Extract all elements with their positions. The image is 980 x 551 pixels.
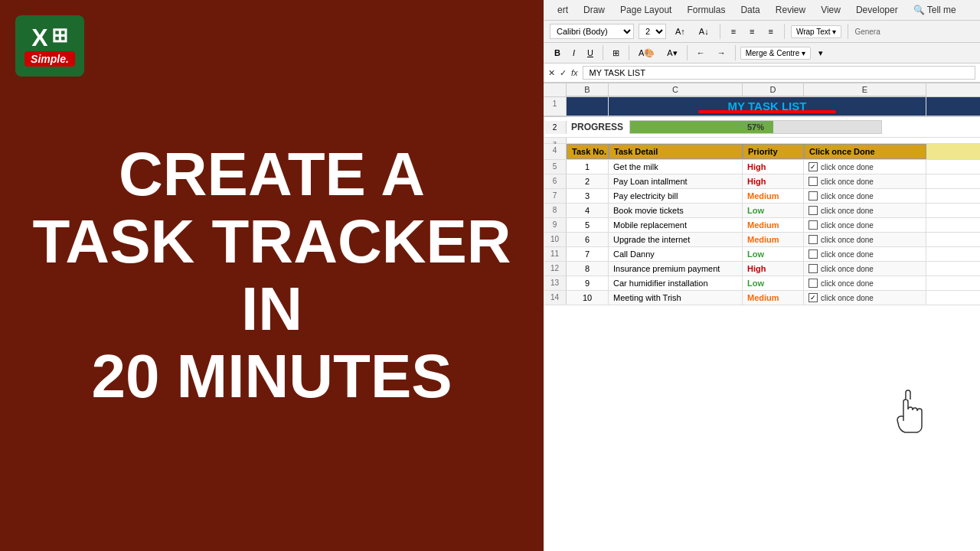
grid-icon: ⊞ [51,25,68,50]
italic-btn[interactable]: I [568,46,580,60]
priority-badge: Medium [747,235,779,244]
task-done-3[interactable]: click once done [804,204,926,217]
font-shrink-btn[interactable]: A↓ [694,24,714,38]
task-done-5[interactable]: click once done [804,233,926,246]
task-priority-0: High [743,160,804,174]
task-priority-1: High [743,174,804,188]
row-num-6: 6 [544,174,567,188]
task-priority-7: High [743,262,804,276]
priority-badge: Low [747,249,764,259]
task-done-0[interactable]: ✓ click once done [804,160,926,174]
task-done-7[interactable]: click once done [804,262,926,276]
separator-1 [720,24,720,39]
task-num-4: 5 [567,218,609,232]
row-num-4: 4 [544,144,567,159]
task-num-2: 3 [567,189,609,203]
table-header-row: 4 Task No. Task Detail Priority Click on… [544,144,980,160]
progress-row: 2 PROGRESS 57% [544,117,980,138]
row-num-3: 3 [544,138,567,143]
checkbox-5[interactable] [808,235,818,244]
indent-dec-btn[interactable]: ← [692,46,710,60]
progress-percent: 57% [747,122,764,132]
checkbox-4[interactable] [808,220,818,230]
fill-color-btn[interactable]: A🎨 [634,46,659,60]
checkbox-9[interactable]: ✓ [808,293,818,302]
task-done-2[interactable]: click once done [804,189,926,203]
priority-badge: Medium [747,220,779,230]
checkbox-2[interactable] [808,191,818,201]
font-grow-btn[interactable]: A↑ [671,24,690,38]
row-num-5: 5 [544,160,567,174]
table-row: 6 2 Pay Loan intallment High click once … [544,174,980,189]
cb-label-9: click once done [821,294,874,302]
task-done-4[interactable]: click once done [804,218,926,232]
align-center-btn[interactable]: ≡ [745,24,759,38]
indent-inc-btn[interactable]: → [713,46,730,60]
row-num-2: 2 [544,121,567,134]
row-num-7: 7 [544,189,567,203]
row-num-12: 12 [544,262,567,276]
row-num-1: 1 [544,97,567,116]
separator-7 [735,45,736,60]
align-right-btn[interactable]: ≡ [764,24,778,38]
underline-btn[interactable]: U [583,46,598,60]
font-size-selector[interactable]: 20 [639,24,666,39]
col-header-d: D [743,83,804,96]
more-btn[interactable]: ▾ [814,46,828,60]
tab-tell-me[interactable]: 🔍 Tell me [906,0,964,20]
tab-page-layout[interactable]: Page Layout [612,0,679,20]
tab-ert[interactable]: ert [550,0,576,20]
tab-developer[interactable]: Developer [848,0,906,20]
task-detail-6: Call Danny [609,247,743,261]
tab-formulas[interactable]: Formulas [679,0,733,20]
checkbox-1[interactable] [808,177,818,186]
task-done-6[interactable]: click once done [804,247,926,261]
row-num-8: 8 [544,204,567,217]
font-color-btn[interactable]: A▾ [662,46,681,60]
checkbox-8[interactable] [808,279,818,288]
tab-view[interactable]: View [813,0,848,20]
wrap-text-btn[interactable]: Wrap Text ▾ [791,25,841,38]
cb-label-8: click once done [821,279,874,288]
header-task-no: Task No. [567,144,609,159]
task-done-8[interactable]: click once done [804,276,926,290]
col-header-b: B [567,83,609,96]
header-task-detail: Task Detail [609,144,743,159]
task-detail-9: Meeting with Trish [609,291,743,305]
merge-btn[interactable]: Merge & Centre ▾ [740,47,811,60]
align-left-btn[interactable]: ≡ [727,24,740,38]
priority-badge: High [747,162,766,171]
cb-label-1: click once done [821,178,874,186]
checkbox-3[interactable] [808,206,818,215]
task-priority-9: Medium [743,291,804,305]
tab-review[interactable]: Review [768,0,813,20]
task-done-1[interactable]: click once done [804,174,926,188]
separator-3 [848,24,848,39]
font-selector[interactable]: Calibri (Body) [550,24,634,39]
tab-data[interactable]: Data [733,0,767,20]
priority-badge: Medium [747,293,779,302]
checkbox-6[interactable] [808,249,818,259]
checkbox-0[interactable]: ✓ [808,162,818,171]
task-num-1: 2 [567,174,609,188]
formula-bar: ✕ ✓ fx MY TASK LIST [544,64,980,83]
table-row: 5 1 Get the milk High ✓ click once done [544,160,980,174]
task-detail-2: Pay electricity bill [609,189,743,203]
tab-draw[interactable]: Draw [576,0,612,20]
checkbox-7[interactable] [808,264,818,273]
table-row: 14 10 Meeting with Trish Medium ✓ click … [544,291,980,305]
title-underline [698,110,836,113]
task-priority-2: Medium [743,189,804,203]
bold-btn[interactable]: B [550,46,565,60]
table-row: 10 6 Upgrade the internet Medium click o… [544,233,980,247]
task-done-9[interactable]: ✓ click once done [804,291,926,305]
borders-btn[interactable]: ⊞ [608,46,624,60]
table-row: 13 9 Car humidifier installation Low cli… [544,276,980,291]
col-headers: B C D E [544,83,980,97]
row-empty: 3 [544,138,980,144]
ribbon-toolbar-1: Calibri (Body) 20 A↑ A↓ ≡ ≡ ≡ Wrap Text … [544,21,980,43]
cb-label-3: click once done [821,207,874,215]
priority-badge: Low [747,206,764,215]
cell-c1: MY TASK LIST [609,97,926,116]
table-row: 9 5 Mobile replacement Medium click once… [544,218,980,233]
